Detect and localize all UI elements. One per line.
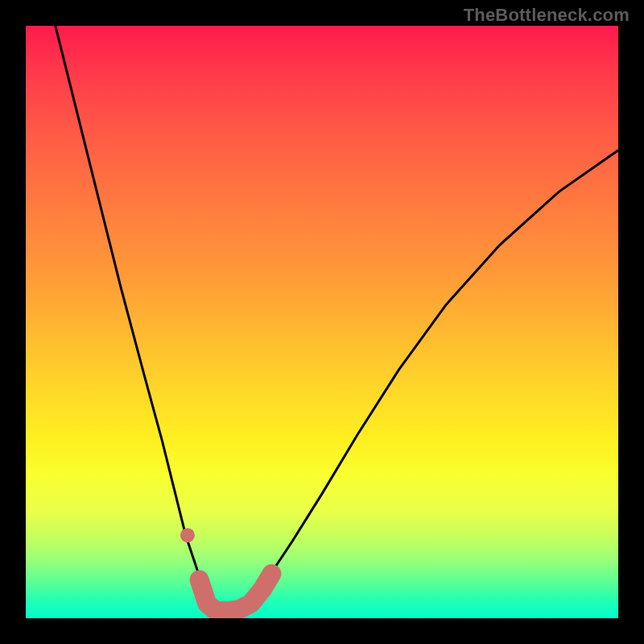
watermark-text: TheBottleneck.com bbox=[464, 5, 630, 26]
marker-dot bbox=[180, 528, 195, 543]
marker-layer bbox=[180, 528, 271, 611]
bottleneck-curve bbox=[56, 26, 618, 613]
outer-frame: TheBottleneck.com bbox=[0, 0, 644, 644]
sweet-spot-band bbox=[200, 574, 272, 611]
chart-svg bbox=[26, 26, 618, 618]
